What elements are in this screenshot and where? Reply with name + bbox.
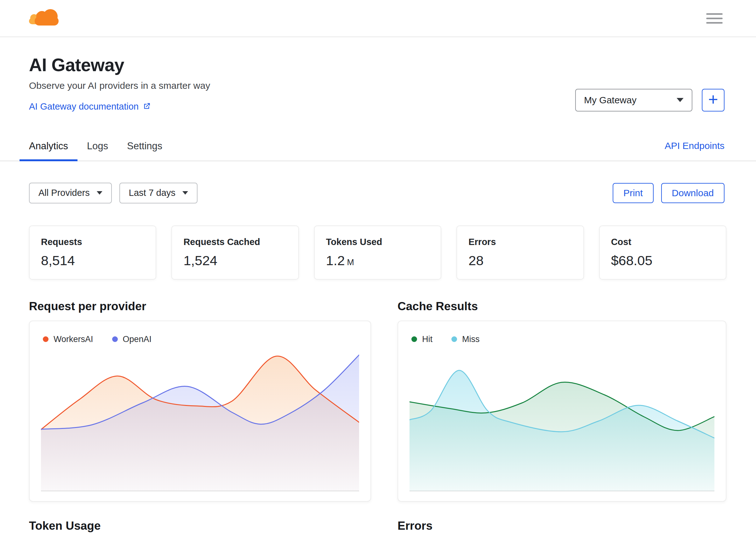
stat-label: Requests Cached — [183, 237, 287, 247]
stat-number: 8,514 — [41, 253, 75, 268]
tab-settings[interactable]: Settings — [118, 141, 172, 161]
stat-card-requests-cached: Requests Cached 1,524 — [171, 225, 299, 280]
legend-item-workersai: WorkersAI — [43, 334, 93, 344]
gateway-selector-value: My Gateway — [584, 95, 636, 106]
stat-card-cost: Cost $68.05 — [599, 225, 726, 280]
legend-dot-workersai — [43, 336, 49, 342]
page: AI Gateway Observe your AI providers in … — [0, 0, 756, 536]
requests-per-provider-section: Request per provider WorkersAI OpenAI — [29, 300, 371, 502]
stat-value: 28 — [468, 253, 572, 268]
section-title-errors: Errors — [397, 519, 726, 533]
chevron-down-icon — [97, 191, 102, 195]
chart-legend: WorkersAI OpenAI — [41, 334, 359, 344]
providers-filter-value: All Providers — [38, 188, 90, 198]
page-header: AI Gateway Observe your AI providers in … — [0, 37, 756, 112]
legend-dot-miss — [451, 336, 457, 342]
stat-label: Cost — [611, 237, 714, 247]
external-link-icon — [142, 102, 151, 111]
page-title: AI Gateway — [29, 55, 210, 76]
section-title-request-per-provider: Request per provider — [29, 300, 371, 313]
top-nav — [0, 0, 756, 37]
plus-icon: + — [708, 91, 718, 108]
stat-number: 1.2 — [326, 253, 345, 268]
legend-label: Hit — [422, 334, 432, 344]
legend-label: Miss — [462, 334, 480, 344]
token-usage-section: Token Usage — [29, 519, 371, 533]
stat-card-tokens-used: Tokens Used 1.2M — [314, 225, 441, 280]
stat-unit: M — [347, 258, 354, 267]
title-block: AI Gateway Observe your AI providers in … — [29, 55, 210, 112]
date-range-value: Last 7 days — [129, 188, 175, 198]
hamburger-menu-button[interactable] — [705, 11, 723, 25]
hamburger-bar — [706, 17, 723, 19]
chevron-down-icon — [182, 191, 188, 195]
legend-label: WorkersAI — [53, 334, 93, 344]
requests-per-provider-chart — [41, 352, 359, 494]
stat-number: 28 — [468, 253, 484, 268]
documentation-link-label: AI Gateway documentation — [29, 101, 139, 112]
chart-legend: Hit Miss — [409, 334, 714, 344]
filter-toolbar: All Providers Last 7 days Print Download — [0, 161, 756, 203]
stat-card-errors: Errors 28 — [457, 225, 584, 280]
documentation-link[interactable]: AI Gateway documentation — [29, 101, 151, 112]
tab-bar: Analytics Logs Settings API Endpoints — [0, 132, 756, 161]
providers-filter-dropdown[interactable]: All Providers — [29, 183, 112, 203]
tab-logs[interactable]: Logs — [78, 141, 118, 161]
stat-label: Tokens Used — [326, 237, 430, 247]
stat-value: 1,524 — [183, 253, 287, 268]
cache-results-chart — [409, 352, 714, 494]
gateway-selector[interactable]: My Gateway — [575, 89, 692, 112]
chevron-down-icon — [677, 98, 684, 102]
stat-number: 1,524 — [183, 253, 217, 268]
legend-dot-hit — [411, 336, 417, 342]
requests-per-provider-card: WorkersAI OpenAI — [29, 320, 371, 502]
hamburger-bar — [706, 22, 723, 24]
header-actions: My Gateway + — [575, 89, 725, 112]
cache-results-card: Hit Miss — [397, 320, 726, 502]
legend-dot-openai — [112, 336, 118, 342]
cloudflare-cloud-icon — [35, 17, 58, 25]
api-endpoints-link[interactable]: API Endpoints — [665, 141, 725, 161]
stat-label: Errors — [468, 237, 572, 247]
tab-analytics[interactable]: Analytics — [19, 141, 78, 161]
legend-item-miss: Miss — [451, 334, 480, 344]
section-title-cache-results: Cache Results — [397, 300, 726, 313]
section-title-token-usage: Token Usage — [29, 519, 371, 533]
stat-number: $68.05 — [611, 253, 653, 268]
stat-label: Requests — [41, 237, 144, 247]
legend-label: OpenAI — [123, 334, 152, 344]
errors-section: Errors — [397, 519, 726, 533]
stat-value: 1.2M — [326, 253, 430, 268]
page-subtitle: Observe your AI providers in a smarter w… — [29, 80, 210, 91]
charts-row: Request per provider WorkersAI OpenAI Ca… — [0, 280, 756, 502]
cache-results-section: Cache Results Hit Miss — [397, 300, 726, 502]
print-button[interactable]: Print — [613, 183, 654, 203]
bottom-sections: Token Usage Errors — [0, 502, 756, 533]
add-gateway-button[interactable]: + — [702, 89, 725, 112]
legend-item-hit: Hit — [411, 334, 432, 344]
stats-row: Requests 8,514 Requests Cached 1,524 Tok… — [0, 203, 756, 280]
date-range-dropdown[interactable]: Last 7 days — [120, 183, 197, 203]
download-button[interactable]: Download — [661, 183, 725, 203]
legend-item-openai: OpenAI — [112, 334, 152, 344]
stat-value: 8,514 — [41, 253, 144, 268]
stat-card-requests: Requests 8,514 — [29, 225, 156, 280]
stat-value: $68.05 — [611, 253, 714, 268]
cloudflare-logo[interactable] — [29, 9, 59, 28]
hamburger-bar — [706, 13, 723, 15]
